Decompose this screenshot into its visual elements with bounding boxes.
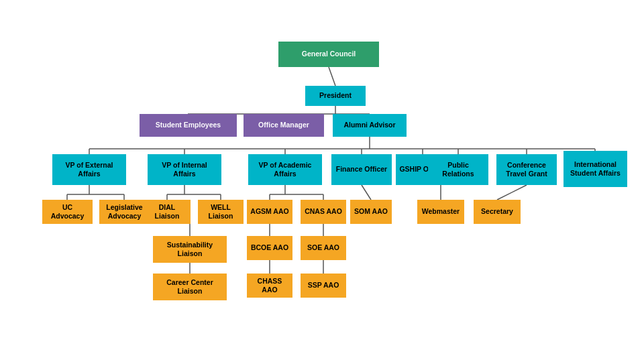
node-secretary: Secretary xyxy=(474,200,521,224)
node-bcoe_aao: BCOE AAO xyxy=(247,236,292,260)
org-chart: General CouncilPresidentStudent Employee… xyxy=(0,0,644,362)
svg-line-34 xyxy=(362,185,371,200)
node-vp_internal: VP of Internal Affairs xyxy=(148,154,221,185)
node-alumni_advisor: Alumni Advisor xyxy=(333,114,407,137)
node-sustainability: Sustainability Liaison xyxy=(153,236,227,263)
node-student_employees: Student Employees xyxy=(140,114,237,137)
node-well_liaison: WELL Liaison xyxy=(198,200,244,224)
node-vp_academic: VP of Academic Affairs xyxy=(248,154,322,185)
node-vp_external: VP of External Affairs xyxy=(52,154,126,185)
node-uc_advocacy: UC Advocacy xyxy=(42,200,93,224)
node-ssp_aao: SSP AAO xyxy=(301,274,346,298)
node-career_center: Career Center Liaison xyxy=(153,274,227,300)
node-som_aao: SOM AAO xyxy=(350,200,392,224)
node-finance_officer: Finance Officer xyxy=(331,154,392,185)
node-chass_aao: CHASS AAO xyxy=(247,274,292,298)
node-leg_advocacy: Legislative Advocacy xyxy=(99,200,150,224)
node-agsm_aao: AGSM AAO xyxy=(247,200,292,224)
node-dial_liaison: DIAL Liaison xyxy=(144,200,191,224)
node-intl_student: International Student Affairs xyxy=(564,151,627,187)
svg-line-37 xyxy=(497,185,527,200)
node-webmaster: Webmaster xyxy=(417,200,464,224)
node-conf_travel: Conference Travel Grant xyxy=(496,154,557,185)
node-office_manager: Office Manager xyxy=(244,114,324,137)
node-public_relations: Public Relations xyxy=(428,154,488,185)
node-cnas_aao: CNAS AAO xyxy=(301,200,346,224)
svg-line-0 xyxy=(329,67,335,86)
node-general_council: General Council xyxy=(278,42,379,67)
node-president: President xyxy=(305,86,366,106)
node-soe_aao: SOE AAO xyxy=(301,236,346,260)
